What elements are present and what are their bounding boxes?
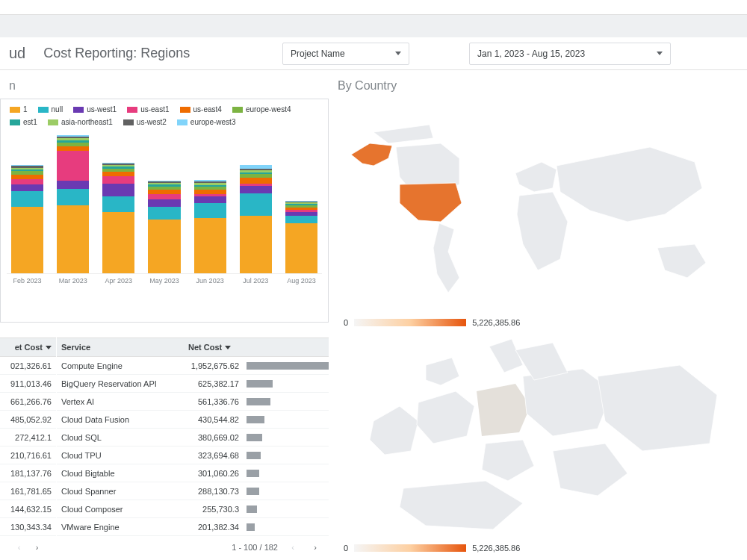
table-row[interactable]: Compute Engine1,952,675.62: [57, 357, 329, 375]
table-row[interactable]: 485,052.92: [0, 411, 56, 429]
table-row[interactable]: 161,781.65: [0, 482, 56, 500]
cell-bar: [244, 452, 329, 459]
table-row[interactable]: 272,412.1: [0, 429, 56, 447]
pager-prev-a[interactable]: ‹: [12, 540, 27, 555]
map-region-alaska: [351, 143, 392, 166]
europe-map-svg: [329, 332, 747, 541]
bar-segment: [102, 212, 134, 273]
legend-item[interactable]: us-east4: [180, 105, 222, 113]
bar-column[interactable]: [148, 132, 180, 273]
table-row[interactable]: 911,013.46: [0, 375, 56, 393]
table-row[interactable]: Cloud SQL380,669.02: [57, 429, 329, 447]
cell-bar: [244, 416, 329, 423]
legend-label: est1: [23, 118, 37, 126]
legend-label: us-east1: [140, 105, 169, 113]
legend-item[interactable]: europe-west4: [232, 105, 291, 113]
legend-item[interactable]: europe-west3: [177, 118, 236, 126]
left-section-title: n: [0, 75, 329, 96]
chevron-down-icon: [657, 52, 663, 55]
bar-column[interactable]: [285, 132, 317, 273]
bar-segment: [57, 189, 89, 205]
bar-segment: [285, 216, 317, 223]
cell-bar: [244, 505, 329, 513]
x-axis-label: Jul 2023: [240, 277, 272, 284]
chevron-down-icon: [395, 52, 401, 55]
pager-next-a[interactable]: ›: [30, 540, 45, 555]
bar-segment: [11, 184, 43, 191]
table-row[interactable]: 210,716.61: [0, 447, 56, 464]
legend-swatch: [123, 119, 134, 125]
bar-column[interactable]: [240, 132, 272, 273]
project-dropdown[interactable]: Project Name: [282, 43, 409, 65]
bar-column[interactable]: [57, 132, 89, 273]
bar-column[interactable]: [102, 132, 134, 273]
legend-label: us-east4: [193, 105, 222, 113]
map-scale-max: 5,226,385.86: [472, 318, 520, 327]
cell-cost: 485,052.92: [0, 415, 56, 424]
map-scale-min-b: 0: [344, 544, 348, 553]
table-row[interactable]: 144,632.15: [0, 500, 56, 518]
sort-desc-icon: [225, 346, 231, 349]
legend-swatch: [232, 107, 243, 113]
table-row[interactable]: 661,266.76: [0, 393, 56, 411]
table-row[interactable]: VMware Engine201,382.34: [57, 518, 329, 536]
header: ud Cost Reporting: Regions Project Name …: [0, 37, 747, 70]
cell-service: Cloud Data Fusion: [57, 415, 184, 424]
cell-cost: 430,544.82: [184, 415, 244, 424]
right-section-title: By Country: [329, 75, 747, 96]
cell-service: Cloud Bigtable: [57, 469, 184, 478]
europe-map[interactable]: [329, 332, 747, 541]
table-row[interactable]: BigQuery Reservation API625,382.17: [57, 375, 329, 393]
hbar: [247, 488, 259, 495]
table-row[interactable]: Cloud Composer255,730.3: [57, 500, 329, 518]
legend-label: asia-northeast1: [61, 118, 113, 126]
cell-cost: 021,326.61: [0, 361, 56, 370]
cell-service: BigQuery Reservation API: [57, 379, 184, 388]
cell-cost: 210,716.61: [0, 451, 56, 460]
map-region-australia: [657, 244, 706, 278]
col-header-service[interactable]: Service: [61, 343, 90, 352]
legend-item[interactable]: us-west1: [73, 105, 117, 113]
hbar: [247, 416, 264, 423]
legend-item[interactable]: us-east1: [127, 105, 169, 113]
top-blank-bar: [0, 0, 747, 15]
legend-item[interactable]: est1: [10, 118, 37, 126]
pager-prev-b[interactable]: ‹: [285, 540, 300, 555]
legend-swatch: [177, 119, 187, 125]
bar-column[interactable]: [194, 132, 226, 273]
legend-item[interactable]: us-west2: [123, 118, 167, 126]
table-row[interactable]: 130,343.34: [0, 518, 56, 536]
x-axis-label: Feb 2023: [11, 277, 43, 284]
cell-cost: 911,013.46: [0, 379, 56, 388]
legend-item[interactable]: asia-northeast1: [48, 118, 113, 126]
col-header-net-cost-a[interactable]: et Cost: [15, 343, 43, 352]
table-row[interactable]: Cloud TPU323,694.68: [57, 447, 329, 464]
cell-service: Compute Engine: [57, 361, 184, 370]
cell-cost: 130,343.34: [0, 523, 56, 532]
world-map[interactable]: [329, 99, 747, 315]
bar-segment: [57, 151, 89, 181]
cell-bar: [244, 362, 329, 370]
chart-legend: 1nullus-west1us-east1us-east4europe-west…: [7, 105, 322, 132]
date-range-dropdown[interactable]: Jan 1, 2023 - Aug 15, 2023: [469, 43, 671, 65]
legend-swatch: [10, 119, 20, 125]
cell-bar: [244, 380, 329, 388]
col-header-net-cost-b[interactable]: Net Cost: [188, 343, 222, 352]
bar-segment: [194, 218, 226, 273]
table-row[interactable]: Cloud Bigtable301,060.26: [57, 464, 329, 482]
legend-item[interactable]: null: [38, 105, 63, 113]
bar-segment: [148, 199, 180, 206]
table-row[interactable]: Cloud Data Fusion430,544.82: [57, 411, 329, 429]
table-row[interactable]: Cloud Spanner288,130.73: [57, 482, 329, 500]
pager-next-b[interactable]: ›: [308, 540, 323, 555]
table-row[interactable]: Vertex AI561,336.76: [57, 393, 329, 411]
bar-segment: [11, 207, 43, 273]
x-axis-label: Mar 2023: [57, 277, 89, 284]
world-map-svg: [329, 99, 747, 315]
chart-plot-area[interactable]: [7, 132, 322, 274]
bar-column[interactable]: [11, 132, 43, 273]
legend-label: 1: [23, 105, 28, 113]
table-row[interactable]: 181,137.76: [0, 464, 56, 482]
table-row[interactable]: 021,326.61: [0, 357, 56, 375]
map-gradient-b: [354, 544, 466, 552]
